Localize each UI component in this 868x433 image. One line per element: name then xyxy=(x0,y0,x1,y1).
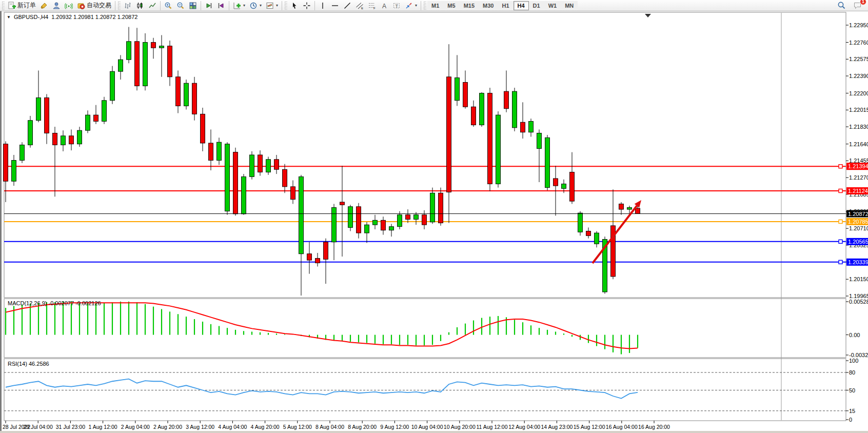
vertical-line-icon xyxy=(319,2,327,10)
trendline-icon xyxy=(343,2,351,10)
search-button[interactable] xyxy=(835,1,848,11)
chart-shift-button[interactable] xyxy=(215,1,227,11)
fibonacci-tool[interactable]: F xyxy=(366,1,378,11)
text-label-tool[interactable]: T xyxy=(390,1,403,11)
indicators-dropdown-caret[interactable]: ▾ xyxy=(243,3,245,8)
auto-scroll-icon xyxy=(205,2,213,10)
macd-indicator-label: MACD(12,26,9) -0.002077 -0.002126 xyxy=(8,300,101,306)
timeframe-mn[interactable]: MN xyxy=(561,1,578,10)
templates-button[interactable]: ▾ xyxy=(264,1,280,11)
svg-text:3 Aug 12:00: 3 Aug 12:00 xyxy=(186,424,214,430)
svg-text:1.22015: 1.22015 xyxy=(849,107,868,113)
cursor-button[interactable] xyxy=(288,1,301,11)
vertical-line-tool[interactable] xyxy=(317,1,329,11)
auto-trading-button[interactable]: 自动交易 xyxy=(75,1,113,11)
arrows-dropdown-caret[interactable]: ▾ xyxy=(415,3,417,8)
window-bottom-edge xyxy=(0,431,868,433)
new-order-label: 新订单 xyxy=(17,1,36,10)
search-icon xyxy=(837,1,846,10)
tile-windows-button[interactable] xyxy=(187,1,199,11)
svg-text:1.20565: 1.20565 xyxy=(848,239,868,245)
svg-text:1.20150: 1.20150 xyxy=(849,276,868,282)
svg-text:T: T xyxy=(396,3,399,8)
svg-text:1 Aug 12:00: 1 Aug 12:00 xyxy=(89,424,117,430)
svg-text:50: 50 xyxy=(849,387,855,393)
toolbar-grip[interactable] xyxy=(2,2,5,10)
crosshair-button[interactable] xyxy=(301,1,313,11)
chart-canvas[interactable]: 1.229501.227601.225751.223901.222001.220… xyxy=(2,11,868,431)
svg-text:9 Aug 12:00: 9 Aug 12:00 xyxy=(380,424,409,430)
svg-text:1.22760: 1.22760 xyxy=(849,40,868,46)
community-button[interactable] xyxy=(50,1,63,11)
svg-text:A: A xyxy=(382,2,386,9)
indicators-add-icon xyxy=(233,2,241,10)
timeframe-m30[interactable]: M30 xyxy=(479,1,498,10)
svg-text:1.22575: 1.22575 xyxy=(849,56,868,62)
arrows-icon xyxy=(405,2,413,10)
text-tool[interactable]: A xyxy=(378,1,390,11)
new-order-icon xyxy=(8,2,16,10)
svg-text:1.20710: 1.20710 xyxy=(849,225,868,231)
horizontal-line-tool[interactable] xyxy=(329,1,341,11)
timeframe-m15[interactable]: M15 xyxy=(460,1,479,10)
horizontal-line-icon xyxy=(331,2,339,10)
svg-text:4 Aug 20:00: 4 Aug 20:00 xyxy=(251,424,280,430)
auto-scroll-button[interactable] xyxy=(203,1,215,11)
svg-text:1.20785: 1.20785 xyxy=(848,219,868,225)
line-chart-button[interactable] xyxy=(146,1,159,11)
arrows-tool[interactable]: ▾ xyxy=(403,1,419,11)
svg-text:5 Aug 12:00: 5 Aug 12:00 xyxy=(283,424,312,430)
timeframe-w1[interactable]: W1 xyxy=(544,1,561,10)
chart-dropdown-arrow[interactable]: ▼ xyxy=(7,15,11,19)
rsi-name: RSI(14) xyxy=(8,361,27,367)
rsi-current-value: 46.2586 xyxy=(29,361,49,367)
auto-trading-label: 自动交易 xyxy=(87,1,111,10)
svg-text:8 Aug 04:00: 8 Aug 04:00 xyxy=(315,424,344,430)
cursor-icon xyxy=(290,2,299,10)
timeframe-d1[interactable]: D1 xyxy=(529,1,544,10)
svg-text:1.21394: 1.21394 xyxy=(848,163,868,169)
signals-button[interactable] xyxy=(63,1,75,11)
svg-text:1.21640: 1.21640 xyxy=(849,141,868,147)
svg-text:1.21830: 1.21830 xyxy=(849,124,868,130)
svg-text:15 Aug 12:00: 15 Aug 12:00 xyxy=(574,424,605,430)
svg-text:0.005286: 0.005286 xyxy=(849,299,868,305)
timeframe-m5[interactable]: M5 xyxy=(443,1,459,10)
chart-title: ▼ GBPUSD-,H4 1.20932 1.20981 1.20872 1.2… xyxy=(7,14,137,20)
zoom-in-button[interactable] xyxy=(162,1,174,11)
svg-text:16 Aug 20:00: 16 Aug 20:00 xyxy=(638,424,670,430)
template-icon xyxy=(266,2,274,10)
styler-button[interactable] xyxy=(38,1,50,11)
bar-chart-button[interactable] xyxy=(122,1,134,11)
svg-text:8 Aug 20:00: 8 Aug 20:00 xyxy=(348,424,377,430)
tile-windows-icon xyxy=(189,2,197,10)
svg-text:14 Aug 23:00: 14 Aug 23:00 xyxy=(541,424,573,430)
svg-text:0: 0 xyxy=(849,417,852,423)
trendline-tool[interactable] xyxy=(341,1,353,11)
svg-text:12 Aug 04:00: 12 Aug 04:00 xyxy=(508,424,540,430)
timeframe-m1[interactable]: M1 xyxy=(427,1,443,10)
person-icon xyxy=(52,2,61,10)
auto-trading-icon xyxy=(77,2,85,10)
zoom-in-icon xyxy=(164,2,172,10)
equidistant-channel-tool[interactable]: E xyxy=(353,1,366,11)
svg-text:29 Jul 04:00: 29 Jul 04:00 xyxy=(24,424,53,430)
candlestick-chart-icon xyxy=(136,2,144,10)
periods-button[interactable]: ▾ xyxy=(247,1,264,11)
chat-button[interactable]: 1 xyxy=(851,1,864,11)
svg-text:11 Aug 12:00: 11 Aug 12:00 xyxy=(476,424,507,430)
indicators-button[interactable]: ▾ xyxy=(231,1,247,11)
svg-text:1.20339: 1.20339 xyxy=(848,259,868,265)
timeframe-h1[interactable]: H1 xyxy=(498,1,513,10)
svg-text:31 Jul 23:00: 31 Jul 23:00 xyxy=(56,424,85,430)
new-order-button[interactable]: 新订单 xyxy=(6,1,38,11)
svg-text:15: 15 xyxy=(849,408,855,414)
timeframe-h4[interactable]: H4 xyxy=(514,1,529,10)
channel-icon: E xyxy=(356,2,364,10)
candlestick-chart-button[interactable] xyxy=(134,1,146,11)
zoom-out-button[interactable] xyxy=(174,1,187,11)
chart-shift-icon xyxy=(217,2,225,10)
templates-dropdown-caret[interactable]: ▾ xyxy=(276,3,278,8)
periods-dropdown-caret[interactable]: ▾ xyxy=(260,3,262,8)
svg-text:1.21124: 1.21124 xyxy=(848,188,868,194)
